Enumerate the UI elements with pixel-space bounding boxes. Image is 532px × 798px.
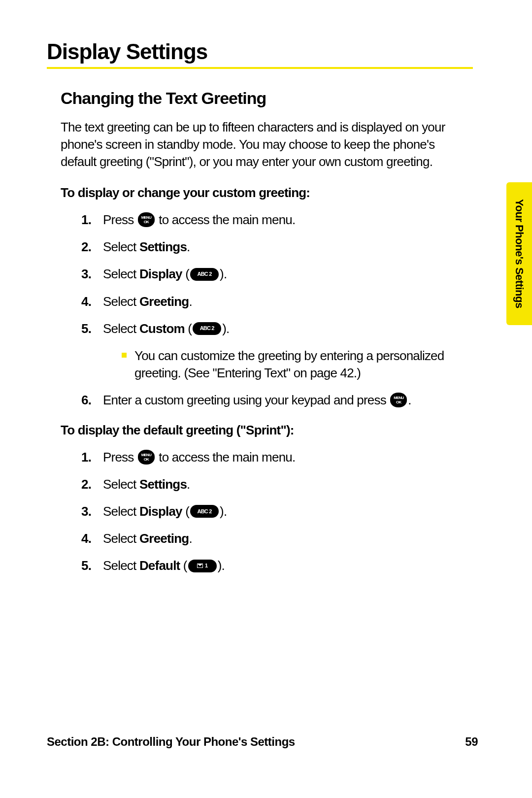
sub-bullet-item: You can customize the greeting by enteri…	[122, 347, 473, 382]
abc2-key-icon: ABC 2	[190, 268, 219, 281]
step-number: 6.	[81, 392, 91, 409]
footer-section-label: Section 2B: Controlling Your Phone's Set…	[47, 735, 295, 749]
step-number: 2.	[81, 238, 91, 256]
step-text: ).	[222, 321, 229, 336]
step-number: 2.	[81, 476, 91, 493]
step-item: 5. Select Custom (ABC 2). You can custom…	[81, 320, 473, 382]
step-text: (	[182, 266, 189, 281]
instruction-heading-2: To display the default greeting ("Sprint…	[61, 423, 473, 438]
step-text: Select	[103, 531, 139, 546]
step-text: .	[187, 477, 190, 492]
step-text: to access the main menu.	[156, 212, 295, 227]
step-item: 4. Select Greeting.	[81, 293, 473, 310]
step-bold: Settings	[139, 477, 187, 492]
step-number: 5.	[81, 320, 91, 337]
step-bold: Greeting	[139, 294, 189, 309]
menu-ok-key-icon: MENUOK	[138, 212, 155, 227]
step-text: Press	[103, 212, 137, 227]
step-bold: Display	[139, 266, 182, 281]
step-number: 4.	[81, 293, 91, 310]
step-text: Select	[103, 477, 139, 492]
step-bold: Settings	[139, 239, 187, 254]
step-item: 2. Select Settings.	[81, 476, 473, 493]
step-text: Select	[103, 321, 139, 336]
step-number: 5.	[81, 557, 91, 574]
mail1-key-icon: 1	[188, 560, 217, 572]
step-item: 3. Select Display (ABC 2).	[81, 503, 473, 520]
sub-bullet-list: You can customize the greeting by enteri…	[122, 347, 473, 382]
menu-ok-key-icon: MENUOK	[390, 393, 407, 407]
step-number: 1.	[81, 449, 91, 466]
step-number: 1.	[81, 211, 91, 229]
step-item: 6. Enter a custom greeting using your ke…	[81, 392, 473, 409]
step-text: .	[187, 239, 190, 254]
step-item: 1. Press MENUOK to access the main menu.	[81, 211, 473, 229]
step-text: .	[408, 393, 411, 407]
subsection-title: Changing the Text Greeting	[61, 89, 473, 108]
step-item: 5. Select Default (1).	[81, 557, 473, 574]
step-text: Select	[103, 558, 139, 573]
step-text: (	[185, 321, 192, 336]
step-text: .	[189, 531, 192, 546]
step-text: .	[189, 294, 192, 309]
intro-paragraph: The text greeting can be up to fifteen c…	[61, 119, 473, 170]
step-text: Select	[103, 294, 139, 309]
step-bold: Default	[139, 558, 180, 573]
step-text: to access the main menu.	[156, 450, 295, 465]
side-tab: Your Phone's Settings	[506, 182, 532, 325]
instruction-heading-1: To display or change your custom greetin…	[61, 185, 473, 200]
page-footer: Section 2B: Controlling Your Phone's Set…	[47, 735, 478, 749]
step-bold: Custom	[139, 321, 185, 336]
section-title: Display Settings	[47, 39, 473, 69]
step-text: Select	[103, 266, 139, 281]
abc2-key-icon: ABC 2	[190, 505, 219, 518]
step-bold: Display	[139, 504, 182, 519]
step-number: 3.	[81, 266, 91, 283]
step-text: ).	[220, 266, 227, 281]
step-text: Select	[103, 239, 139, 254]
step-number: 4.	[81, 530, 91, 547]
step-text: ).	[218, 558, 225, 573]
steps-list-1: 1. Press MENUOK to access the main menu.…	[81, 211, 473, 409]
envelope-icon	[197, 564, 203, 568]
step-number: 3.	[81, 503, 91, 520]
step-item: 2. Select Settings.	[81, 238, 473, 256]
menu-ok-key-icon: MENUOK	[138, 450, 155, 465]
abc2-key-icon: ABC 2	[193, 322, 221, 335]
step-item: 1. Press MENUOK to access the main menu.	[81, 449, 473, 466]
step-text: (	[182, 504, 189, 519]
side-tab-label: Your Phone's Settings	[513, 199, 526, 308]
step-text: Select	[103, 504, 139, 519]
step-item: 4. Select Greeting.	[81, 530, 473, 547]
step-text: Press	[103, 450, 137, 465]
steps-list-2: 1. Press MENUOK to access the main menu.…	[81, 449, 473, 574]
step-text: ).	[220, 504, 227, 519]
step-bold: Greeting	[139, 531, 189, 546]
page-content: Display Settings Changing the Text Greet…	[0, 0, 532, 575]
footer-page-number: 59	[465, 735, 478, 749]
step-text: (	[180, 558, 187, 573]
step-text: Enter a custom greeting using your keypa…	[103, 393, 389, 407]
step-item: 3. Select Display (ABC 2).	[81, 266, 473, 283]
